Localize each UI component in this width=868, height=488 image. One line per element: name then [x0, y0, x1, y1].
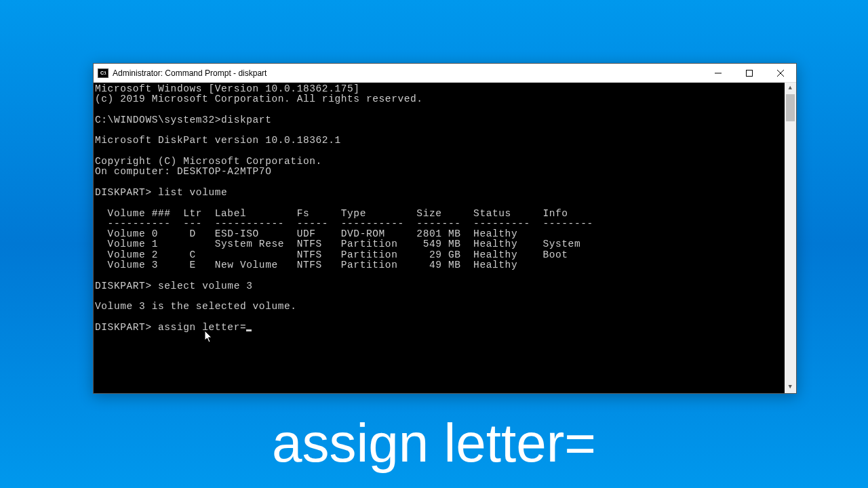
vertical-scrollbar[interactable]: ▲ ▼: [785, 83, 796, 393]
scroll-down-icon[interactable]: ▼: [785, 382, 796, 393]
window-controls: [703, 64, 796, 82]
minimize-button[interactable]: [703, 64, 734, 83]
table-row: Volume 1 System Rese NTFS Partition 549 …: [95, 239, 580, 249]
table-header: Volume ### Ltr Label Fs Type Size Status…: [95, 208, 568, 219]
scroll-up-icon[interactable]: ▲: [785, 83, 796, 94]
current-input: assign letter=: [158, 322, 246, 333]
cmd-icon: C:\: [98, 68, 108, 78]
scrollbar-track[interactable]: [785, 94, 796, 382]
titlebar[interactable]: C:\ Administrator: Command Prompt - disk…: [94, 64, 796, 83]
table-row: Volume 3 E New Volume NTFS Partition 49 …: [95, 260, 517, 270]
table-row: Volume 2 C NTFS Partition 29 GB Healthy …: [95, 249, 568, 260]
maximize-button[interactable]: [734, 64, 765, 83]
overlay-caption: assign letter=: [0, 412, 868, 474]
window-title: Administrator: Command Prompt - diskpart: [113, 68, 703, 78]
console-area[interactable]: Microsoft Windows [Version 10.0.18362.17…: [94, 83, 796, 393]
close-button[interactable]: [765, 64, 796, 83]
table-divider: ---------- --- ----------- ----- -------…: [95, 218, 593, 229]
scrollbar-thumb[interactable]: [786, 94, 795, 121]
table-row: Volume 0 D ESD-ISO UDF DVD-ROM 2801 MB H…: [95, 228, 517, 239]
command-prompt-window: C:\ Administrator: Command Prompt - disk…: [93, 63, 797, 394]
text-cursor: [246, 329, 252, 331]
console-output: Microsoft Windows [Version 10.0.18362.17…: [95, 84, 785, 392]
svg-rect-1: [747, 70, 753, 77]
